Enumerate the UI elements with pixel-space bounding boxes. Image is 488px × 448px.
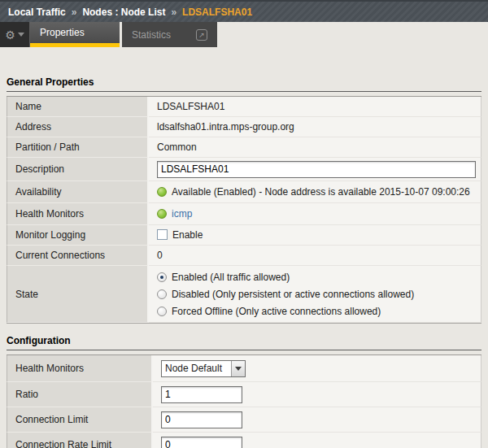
health-monitors-selected-option: Node Default	[162, 361, 231, 376]
state-forced-offline-radio[interactable]	[157, 307, 167, 316]
description-input[interactable]	[157, 161, 476, 178]
table-row: Connection Limit	[7, 407, 481, 433]
row-label-connection-rate-limit: Connection Rate Limit	[7, 433, 153, 448]
breadcrumb-parent[interactable]: Nodes : Node List	[82, 7, 165, 18]
tab-statistics-label: Statistics	[132, 29, 171, 41]
address-value: ldsalfsha01.intra.mps-group.org	[149, 117, 481, 137]
current-connections-value: 0	[149, 246, 481, 266]
connection-rate-limit-input[interactable]	[161, 437, 242, 448]
row-label-partition-path: Partition / Path	[7, 137, 149, 158]
chevron-down-icon	[18, 33, 24, 37]
table-row: Partition / Path Common	[7, 137, 481, 158]
state-disabled-label: Disabled (Only persistent or active conn…	[172, 289, 414, 300]
name-value: LDSALFSHA01	[149, 97, 481, 117]
table-row: Name LDSALFSHA01	[7, 97, 481, 117]
row-label-state: State	[7, 266, 149, 323]
tab-statistics[interactable]: Statistics ↗	[122, 22, 217, 47]
state-forced-offline-label: Forced Offline (Only active connections …	[172, 306, 381, 317]
monitor-icmp-link[interactable]: icmp	[172, 208, 192, 220]
row-label-address: Address	[7, 117, 149, 137]
breadcrumb-current: LDSALFSHA01	[182, 7, 252, 18]
section-title-configuration: Configuration	[7, 335, 481, 350]
row-label-health-monitors: Health Monitors	[7, 203, 149, 225]
main-content: General Properties Name LDSALFSHA01 Addr…	[0, 76, 488, 448]
monitor-logging-checkbox-label: Enable	[172, 229, 203, 241]
connection-limit-input[interactable]	[161, 411, 242, 428]
configuration-table: Health Monitors Node Default Ratio	[7, 354, 481, 448]
table-row: Connection Rate Limit	[7, 433, 481, 448]
table-row: Ratio	[7, 382, 481, 407]
row-label-config-health-monitors: Health Monitors	[7, 355, 153, 382]
breadcrumb-section[interactable]: Local Traffic	[8, 7, 66, 18]
row-label-description: Description	[7, 158, 149, 181]
general-properties-table: Name LDSALFSHA01 Address ldsalfsha01.int…	[7, 96, 481, 324]
chevron-down-icon	[235, 367, 242, 371]
row-label-connection-limit: Connection Limit	[7, 407, 153, 433]
external-link-icon: ↗	[196, 29, 207, 41]
status-green-icon	[157, 187, 167, 197]
table-row: Health Monitors Node Default	[7, 355, 481, 382]
section-title-general-properties: General Properties	[7, 76, 481, 92]
state-disabled-radio[interactable]	[157, 289, 167, 299]
select-dropdown-button[interactable]	[231, 361, 245, 376]
tab-bar: ⚙ Properties Statistics ↗	[0, 22, 488, 47]
health-monitors-select[interactable]: Node Default	[161, 360, 246, 377]
state-enabled-radio[interactable]	[157, 272, 167, 282]
partition-path-value: Common	[149, 137, 481, 158]
breadcrumb-separator: »	[171, 7, 176, 18]
table-row: Description	[7, 158, 481, 181]
monitor-logging-checkbox[interactable]	[157, 229, 168, 240]
breadcrumb-separator: »	[72, 7, 77, 18]
table-row: Availability Available (Enabled) - Node …	[7, 181, 481, 203]
breadcrumb: Local Traffic » Nodes : Node List » LDSA…	[0, 0, 488, 22]
gear-icon: ⚙	[5, 29, 15, 41]
ratio-input[interactable]	[161, 386, 242, 403]
row-label-ratio: Ratio	[7, 382, 153, 407]
table-row: State Enabled (All traffic allowed) Disa…	[7, 266, 481, 323]
availability-status-text: Available (Enabled) - Node address is av…	[172, 186, 470, 198]
table-row: Address ldsalfsha01.intra.mps-group.org	[7, 117, 481, 137]
row-label-availability: Availability	[7, 181, 149, 203]
state-enabled-label: Enabled (All traffic allowed)	[172, 272, 290, 283]
table-row: Monitor Logging Enable	[7, 225, 481, 246]
tab-properties[interactable]: Properties	[30, 22, 120, 47]
table-row: Current Connections 0	[7, 246, 481, 266]
row-label-current-connections: Current Connections	[7, 246, 149, 266]
options-menu-button[interactable]: ⚙	[0, 22, 30, 47]
row-label-monitor-logging: Monitor Logging	[7, 225, 149, 246]
tab-properties-label: Properties	[40, 27, 85, 38]
status-green-icon	[157, 209, 167, 219]
row-label-name: Name	[7, 97, 149, 117]
node-properties-page: Local Traffic » Nodes : Node List » LDSA…	[0, 0, 488, 448]
table-row: Health Monitors icmp	[7, 203, 481, 225]
